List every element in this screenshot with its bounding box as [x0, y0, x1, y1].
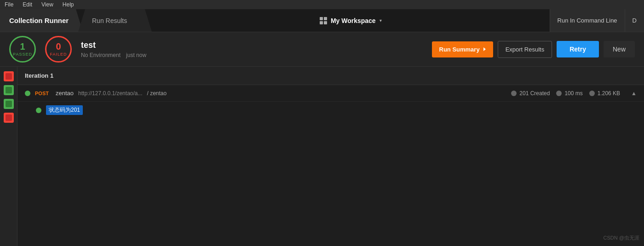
test-status-dot	[36, 108, 41, 113]
test-row[interactable]: 状态码为201	[17, 102, 644, 119]
status-meta-dot	[511, 91, 517, 96]
sidebar-icon-red-2[interactable]	[4, 113, 14, 123]
request-name: zentao	[56, 90, 74, 97]
run-results-tab[interactable]: Run Results	[78, 9, 152, 32]
results-bar: 1 PASSED 0 FAILED test No Environment ju…	[0, 32, 644, 67]
d-button[interactable]: D	[625, 9, 644, 32]
passed-count: 1	[20, 42, 25, 51]
workspace-chevron-icon: ▾	[380, 18, 382, 23]
workspace-name: My Workspace	[331, 17, 376, 24]
passed-label: PASSED	[13, 52, 32, 57]
failed-count: 0	[56, 42, 61, 51]
run-results-label: Run Results	[92, 17, 127, 24]
passed-counter: 1 PASSED	[9, 36, 36, 63]
test-meta: No Environment just now	[81, 52, 146, 58]
sidebar-icon-red-1[interactable]	[4, 71, 14, 81]
results-actions: Run Summary Export Results Retry New	[432, 41, 635, 58]
collection-runner-label: Collection Runner	[9, 17, 69, 24]
top-nav: Collection Runner Run Results My Workspa…	[0, 9, 644, 32]
sidebar-icons	[0, 67, 17, 246]
nav-right: Run In Command Line D	[550, 9, 644, 32]
request-size: 1.206 KB	[598, 90, 620, 97]
request-method-badge: POST	[35, 91, 51, 96]
iteration-header: Iteration 1	[17, 67, 644, 85]
menu-file[interactable]: File	[5, 1, 13, 8]
request-path: / zentao	[147, 90, 167, 97]
request-collapse-icon[interactable]: ▲	[631, 90, 637, 97]
time-meta-dot	[556, 91, 562, 96]
sidebar-icon-green-1[interactable]	[4, 85, 14, 95]
failed-label: FAILED	[50, 52, 67, 57]
export-results-button[interactable]: Export Results	[498, 41, 552, 58]
request-url: http://127.0.0.1/zentao/a...	[78, 90, 142, 97]
size-meta-dot	[589, 91, 595, 96]
menu-bar: File Edit View Help	[0, 0, 644, 9]
watermark: CSDN @虫无涯	[604, 235, 639, 241]
sidebar-icon-green-2[interactable]	[4, 99, 14, 109]
test-name: test	[81, 40, 146, 50]
status-meta: 201 Created	[511, 90, 550, 97]
new-button[interactable]: New	[604, 41, 635, 57]
workspace-selector[interactable]: My Workspace ▾	[152, 17, 550, 24]
menu-edit[interactable]: Edit	[23, 1, 32, 8]
request-row[interactable]: POST zentao http://127.0.0.1/zentao/a...…	[17, 85, 644, 102]
size-meta: 1.206 KB	[589, 90, 620, 97]
run-summary-arrow-icon	[483, 47, 486, 51]
results-content: Iteration 1 POST zentao http://127.0.0.1…	[17, 67, 644, 246]
menu-view[interactable]: View	[41, 1, 53, 8]
request-status-dot	[25, 91, 30, 96]
test-timestamp: just now	[126, 52, 146, 58]
menu-help[interactable]: Help	[63, 1, 74, 8]
request-status-text: 201 Created	[519, 90, 550, 97]
time-meta: 100 ms	[556, 90, 582, 97]
run-summary-label: Run Summary	[439, 46, 480, 53]
run-summary-button[interactable]: Run Summary	[432, 41, 493, 57]
request-meta: 201 Created 100 ms 1.206 KB ▲	[511, 90, 637, 97]
main-content: Iteration 1 POST zentao http://127.0.0.1…	[0, 67, 644, 246]
request-time: 100 ms	[564, 90, 582, 97]
workspace-grid-icon	[320, 17, 327, 24]
failed-counter: 0 FAILED	[45, 36, 72, 63]
test-environment: No Environment	[81, 52, 121, 58]
test-item-name: 状态码为201	[46, 105, 83, 115]
test-info: test No Environment just now	[81, 40, 146, 58]
run-command-line-button[interactable]: Run In Command Line	[550, 9, 625, 32]
collection-runner-tab[interactable]: Collection Runner	[0, 9, 83, 32]
retry-button[interactable]: Retry	[557, 41, 599, 57]
iteration-label: Iteration 1	[25, 72, 53, 79]
